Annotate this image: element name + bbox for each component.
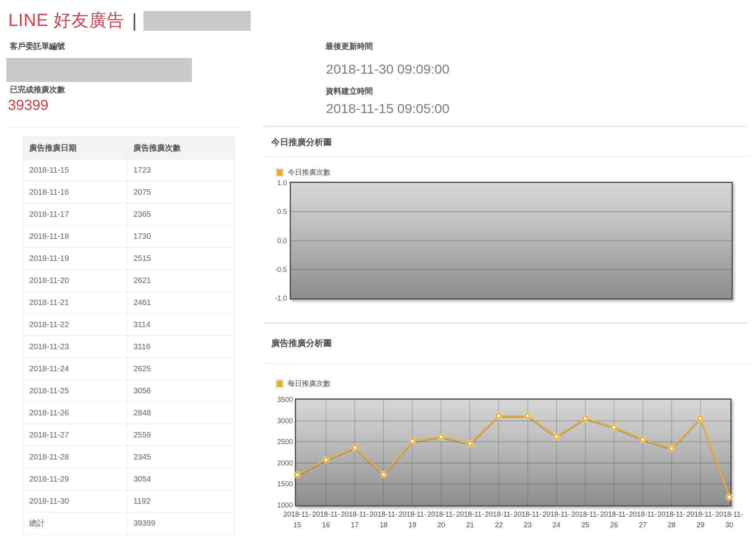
daily-chart-xlabels: 2018-11-152018-11-162018-11-172018-11-18… bbox=[296, 509, 730, 533]
table-row: 2018-11-272559 bbox=[23, 424, 235, 446]
table-cell: 2018-11-23 bbox=[23, 336, 127, 358]
data-point-marker bbox=[382, 472, 386, 476]
table-cell: 2018-11-26 bbox=[23, 402, 127, 424]
x-tick-label: 2018-11-27 bbox=[629, 509, 657, 530]
daily-line-series bbox=[296, 400, 730, 505]
x-tick-day: 29 bbox=[687, 520, 715, 530]
y-tick-label: -1.0 bbox=[275, 294, 287, 303]
daily-chart-plot bbox=[295, 398, 732, 506]
table-cell: 2515 bbox=[127, 248, 235, 270]
x-tick-day: 18 bbox=[370, 520, 398, 530]
today-chart-legend: 今日推廣次數 bbox=[276, 167, 330, 177]
table-row: 2018-11-253056 bbox=[23, 380, 235, 402]
x-tick-month: 2018-11- bbox=[341, 509, 369, 520]
gold-legend-swatch-icon bbox=[276, 168, 283, 177]
table-header-cell: 廣告推廣日期 bbox=[23, 137, 127, 159]
table-cell: 總計 bbox=[23, 512, 127, 534]
x-tick-label: 2018-11-24 bbox=[542, 509, 570, 530]
table-cell: 2621 bbox=[127, 270, 235, 292]
x-tick-month: 2018-11- bbox=[485, 509, 513, 520]
x-tick-day: 17 bbox=[341, 520, 369, 530]
y-tick-label: 3500 bbox=[277, 396, 293, 404]
today-chart-plot bbox=[290, 182, 733, 300]
table-cell: 3116 bbox=[127, 336, 235, 358]
table-row: 2018-11-301192 bbox=[23, 490, 235, 512]
table-cell: 3054 bbox=[127, 468, 235, 490]
x-tick-day: 16 bbox=[312, 520, 340, 530]
table-cell: 3114 bbox=[127, 314, 235, 336]
data-point-marker bbox=[468, 441, 472, 446]
daily-chart-ylabels: 350030002500200015001000 bbox=[252, 400, 293, 505]
x-tick-label: 2018-11-17 bbox=[341, 509, 369, 530]
table-cell: 2075 bbox=[127, 181, 235, 203]
daily-legend-label: 每日推廣次數 bbox=[288, 379, 330, 388]
x-tick-label: 2018-11-21 bbox=[456, 509, 484, 530]
order-number-label: 客戶委託單編號 bbox=[10, 41, 65, 52]
table-cell: 2345 bbox=[127, 446, 235, 468]
completed-count-label: 已完成推廣次數 bbox=[10, 84, 65, 95]
data-point-marker bbox=[525, 414, 530, 418]
x-tick-label: 2018-11-26 bbox=[600, 509, 628, 530]
table-header-row: 廣告推廣日期廣告推廣次數 bbox=[23, 137, 235, 159]
x-tick-label: 2018-11-22 bbox=[485, 509, 513, 530]
x-tick-month: 2018-11- bbox=[715, 509, 743, 520]
table-cell: 3056 bbox=[127, 380, 235, 402]
table-row: 2018-11-262848 bbox=[23, 402, 235, 424]
table-row: 2018-11-151723 bbox=[23, 159, 235, 181]
x-tick-label: 2018-11-25 bbox=[571, 509, 599, 530]
x-tick-day: 28 bbox=[658, 520, 686, 530]
data-point-marker bbox=[698, 416, 702, 421]
data-point-marker bbox=[439, 435, 443, 439]
table-cell: 2018-11-17 bbox=[23, 203, 127, 225]
x-tick-day: 21 bbox=[456, 520, 484, 530]
report-page: LINE 好友廣告 | 客戶委託單編號 已完成推廣次數 39399 最後更新時間… bbox=[0, 0, 756, 549]
x-tick-month: 2018-11- bbox=[456, 509, 484, 520]
today-chart-heading: 今日推廣分析圖 bbox=[271, 136, 332, 148]
y-tick-label: 3000 bbox=[277, 417, 293, 425]
title-separator: | bbox=[132, 10, 137, 31]
x-tick-day: 26 bbox=[600, 520, 628, 530]
x-tick-label: 2018-11-16 bbox=[312, 509, 340, 530]
table-cell: 1192 bbox=[127, 490, 235, 512]
today-heading-underline bbox=[263, 157, 749, 157]
h-gridline bbox=[291, 240, 732, 241]
table-cell: 2018-11-20 bbox=[23, 270, 127, 292]
today-section-divider bbox=[263, 125, 749, 127]
gold-legend-swatch-icon bbox=[276, 380, 283, 388]
table-cell: 2018-11-21 bbox=[23, 292, 127, 314]
table-cell: 2018-11-19 bbox=[23, 248, 127, 270]
data-point-marker bbox=[497, 414, 501, 418]
last-update-value: 2018-11-30 09:09:00 bbox=[326, 62, 449, 76]
table-cell: 2018-11-27 bbox=[23, 424, 127, 446]
x-tick-day: 25 bbox=[571, 520, 599, 530]
x-tick-label: 2018-11-23 bbox=[514, 509, 542, 530]
data-point-marker bbox=[669, 446, 674, 450]
daily-chart-legend: 每日推廣次數 bbox=[276, 379, 330, 388]
table-cell: 2848 bbox=[127, 402, 235, 424]
redacted-campaign-name bbox=[143, 11, 251, 31]
y-tick-label: 1500 bbox=[277, 480, 293, 488]
daily-heading-underline bbox=[263, 363, 749, 363]
x-tick-label: 2018-11-19 bbox=[398, 509, 426, 530]
h-gridline bbox=[291, 269, 732, 270]
table-row: 2018-11-181730 bbox=[23, 225, 235, 248]
page-title: LINE 好友廣告 bbox=[8, 9, 125, 32]
data-point-marker bbox=[583, 416, 587, 421]
y-tick-label: 1000 bbox=[277, 501, 293, 510]
table-row: 2018-11-282345 bbox=[23, 446, 235, 468]
promo-table: 廣告推廣日期廣告推廣次數 2018-11-1517232018-11-16207… bbox=[22, 137, 235, 534]
x-tick-day: 23 bbox=[514, 520, 542, 530]
completed-count-value: 39399 bbox=[8, 98, 48, 112]
y-tick-label: -0.5 bbox=[275, 265, 287, 274]
data-point-marker bbox=[295, 473, 300, 477]
x-tick-day: 22 bbox=[485, 520, 513, 530]
x-tick-day: 24 bbox=[542, 520, 570, 530]
table-cell: 1723 bbox=[127, 159, 235, 181]
x-tick-month: 2018-11- bbox=[370, 509, 398, 520]
x-tick-month: 2018-11- bbox=[542, 509, 570, 520]
table-cell: 2018-11-15 bbox=[23, 159, 127, 181]
x-tick-label: 2018-11-20 bbox=[427, 509, 455, 530]
y-tick-label: 1.0 bbox=[277, 179, 287, 187]
x-tick-label: 2018-11-28 bbox=[658, 509, 686, 530]
daily-chart-heading: 廣告推廣分析圖 bbox=[271, 337, 332, 349]
